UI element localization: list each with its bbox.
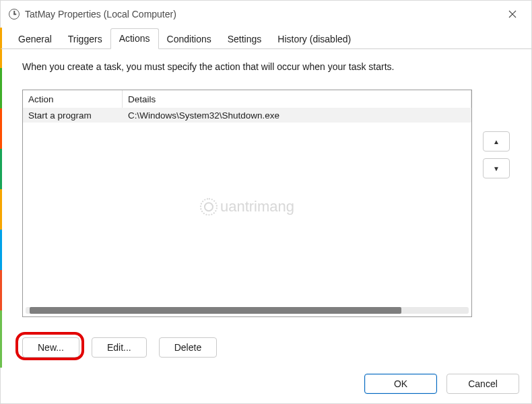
table-header: Action Details xyxy=(23,90,471,108)
window-title: TatMay Properties (Local Computer) xyxy=(25,9,499,20)
edit-button[interactable]: Edit... xyxy=(92,337,147,358)
properties-dialog: TatMay Properties (Local Computer) Gener… xyxy=(0,0,532,404)
tab-actions[interactable]: Actions xyxy=(110,28,159,49)
tab-settings[interactable]: Settings xyxy=(220,30,270,49)
cell-details: C:\Windows\System32\Shutdown.exe xyxy=(123,110,471,121)
ok-button[interactable]: OK xyxy=(364,374,437,394)
tab-strip: General Triggers Actions Conditions Sett… xyxy=(1,28,531,49)
column-header-action[interactable]: Action xyxy=(23,90,123,108)
action-buttons-row: New... Edit... Delete xyxy=(22,337,217,358)
new-button-highlight-wrap: New... xyxy=(22,337,79,358)
titlebar: TatMay Properties (Local Computer) xyxy=(1,1,531,28)
instruction-text: When you create a task, you must specify… xyxy=(10,52,522,84)
watermark-icon xyxy=(200,198,218,215)
clock-icon xyxy=(9,9,20,20)
close-button[interactable] xyxy=(499,4,526,24)
tab-history[interactable]: History (disabled) xyxy=(269,30,359,49)
tab-conditions[interactable]: Conditions xyxy=(159,30,220,49)
table-row[interactable]: Start a program C:\Windows\System32\Shut… xyxy=(23,108,471,123)
actions-table[interactable]: Action Details Start a program C:\Window… xyxy=(22,90,472,317)
reorder-buttons: ▲ ▼ xyxy=(483,131,510,178)
left-color-stripe xyxy=(0,28,2,368)
tab-general[interactable]: General xyxy=(10,30,60,49)
move-up-button[interactable]: ▲ xyxy=(483,131,510,152)
move-down-button[interactable]: ▼ xyxy=(483,158,510,178)
close-icon xyxy=(508,10,517,18)
cell-action: Start a program xyxy=(23,110,123,121)
watermark-text: uantrimang xyxy=(220,198,294,215)
scrollbar-thumb[interactable] xyxy=(30,307,401,314)
watermark: uantrimang xyxy=(200,198,294,215)
cancel-button[interactable]: Cancel xyxy=(446,374,519,394)
tab-triggers[interactable]: Triggers xyxy=(60,30,110,49)
tab-content-actions: When you create a task, you must specify… xyxy=(10,52,522,367)
new-button[interactable]: New... xyxy=(22,337,79,358)
chevron-down-icon: ▼ xyxy=(493,165,500,172)
delete-button[interactable]: Delete xyxy=(159,337,217,358)
chevron-up-icon: ▲ xyxy=(493,138,500,145)
column-header-details[interactable]: Details xyxy=(123,90,471,108)
table-body: Start a program C:\Windows\System32\Shut… xyxy=(23,108,471,123)
horizontal-scrollbar[interactable] xyxy=(26,307,469,314)
dialog-footer: OK Cancel xyxy=(364,374,519,394)
